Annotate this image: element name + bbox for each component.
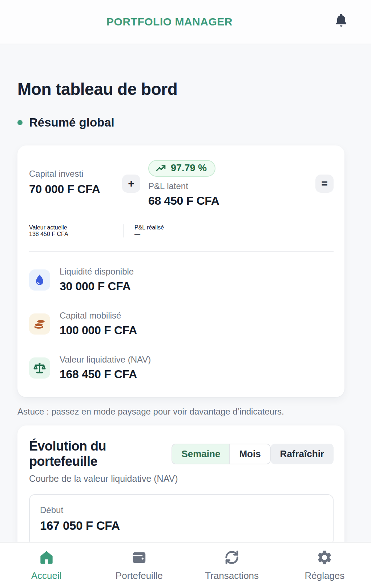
tip-text: Astuce : passez en mode paysage pour voi… xyxy=(17,407,344,417)
nav-item-reglages[interactable]: Réglages xyxy=(278,543,371,588)
equals-operator: = xyxy=(315,175,334,193)
pl-realise-block: P&L réalisé — xyxy=(124,224,164,237)
settings-icon xyxy=(316,549,333,566)
valeur-actuelle-value: 138 450 F CFA xyxy=(29,231,123,237)
capital-investi-label: Capital investi xyxy=(29,169,122,179)
pl-latent-block: 97.79 % P&L latent 68 450 F CFA xyxy=(148,160,219,208)
evolution-header: Évolution du portefeuille Semaine Mois R… xyxy=(29,439,334,469)
nav-label-portefeuille: Portefeuille xyxy=(116,570,163,581)
metric-row-liquidite: Liquidité disponible 30 000 F CFA xyxy=(29,267,334,293)
pl-latent-value: 68 450 F CFA xyxy=(148,194,219,208)
evolution-subtitle: Courbe de la valeur liquidative (NAV) xyxy=(29,473,334,484)
nav-item-portefeuille[interactable]: Portefeuille xyxy=(93,543,185,588)
horizontal-divider xyxy=(29,251,334,252)
liquidite-label: Liquidité disponible xyxy=(60,267,134,277)
bullet-icon xyxy=(17,120,23,125)
pl-latent-label: P&L latent xyxy=(148,181,219,191)
wallet-icon xyxy=(131,549,148,566)
transactions-icon xyxy=(223,549,240,566)
kpi-result-row: Valeur actuelle 138 450 F CFA P&L réalis… xyxy=(29,224,334,237)
evolution-title: Évolution du portefeuille xyxy=(29,439,165,469)
app-title: PORTFOLIO MANAGER xyxy=(106,16,233,28)
nav-metric-label: Valeur liquidative (NAV) xyxy=(60,355,151,365)
capital-investi-block: Capital investi 70 000 F CFA xyxy=(29,169,122,196)
bell-icon xyxy=(333,12,349,29)
scale-icon xyxy=(29,357,50,379)
nav-item-accueil[interactable]: Accueil xyxy=(0,543,93,588)
performance-badge-value: 97.79 % xyxy=(171,163,207,174)
capital-mobilise-label: Capital mobilisé xyxy=(60,311,137,321)
nav-item-transactions[interactable]: Transactions xyxy=(186,543,278,588)
capital-mobilise-value: 100 000 F CFA xyxy=(60,324,137,337)
main-content: Mon tableau de bord Résumé global Capita… xyxy=(0,79,371,588)
pl-realise-label: P&L réalisé xyxy=(134,224,164,231)
plus-operator: + xyxy=(122,175,140,193)
nav-label-accueil: Accueil xyxy=(31,570,62,581)
app-header: PORTFOLIO MANAGER xyxy=(0,0,371,44)
period-toggle: Semaine Mois xyxy=(172,444,270,464)
nav-metric-value: 168 450 F CFA xyxy=(60,368,151,381)
liquidite-value: 30 000 F CFA xyxy=(60,280,134,293)
droplet-icon xyxy=(29,269,50,291)
debut-label: Début xyxy=(40,505,323,515)
trending-up-icon xyxy=(156,164,166,173)
metric-row-capital-mobilise: Capital mobilisé 100 000 F CFA xyxy=(29,311,334,337)
nav-label-transactions: Transactions xyxy=(205,570,259,581)
valeur-actuelle-label: Valeur actuelle xyxy=(29,224,123,231)
section-title: Résumé global xyxy=(29,116,114,129)
coins-icon xyxy=(29,313,50,335)
pl-realise-value: — xyxy=(134,231,164,237)
performance-badge: 97.79 % xyxy=(148,160,215,177)
bottom-navigation: Accueil Portefeuille Transactions xyxy=(0,542,371,588)
metric-row-nav: Valeur liquidative (NAV) 168 450 F CFA xyxy=(29,355,334,381)
kpi-equation-row: Capital investi 70 000 F CFA + 97.79 % P… xyxy=(29,160,334,208)
capital-investi-value: 70 000 F CFA xyxy=(29,183,122,196)
section-header: Résumé global xyxy=(17,116,344,129)
debut-value: 167 050 F CFA xyxy=(40,519,323,533)
summary-card: Capital investi 70 000 F CFA + 97.79 % P… xyxy=(17,145,344,397)
refresh-button[interactable]: Rafraîchir xyxy=(271,444,334,464)
notifications-button[interactable] xyxy=(332,11,350,30)
valeur-actuelle-block: Valeur actuelle 138 450 F CFA xyxy=(29,224,123,237)
page-title: Mon tableau de bord xyxy=(17,79,344,99)
period-option-mois[interactable]: Mois xyxy=(230,444,270,464)
stat-card-debut: Début 167 050 F CFA xyxy=(29,494,334,546)
period-option-semaine[interactable]: Semaine xyxy=(172,444,230,464)
home-icon xyxy=(38,549,55,566)
nav-label-reglages: Réglages xyxy=(305,570,344,581)
